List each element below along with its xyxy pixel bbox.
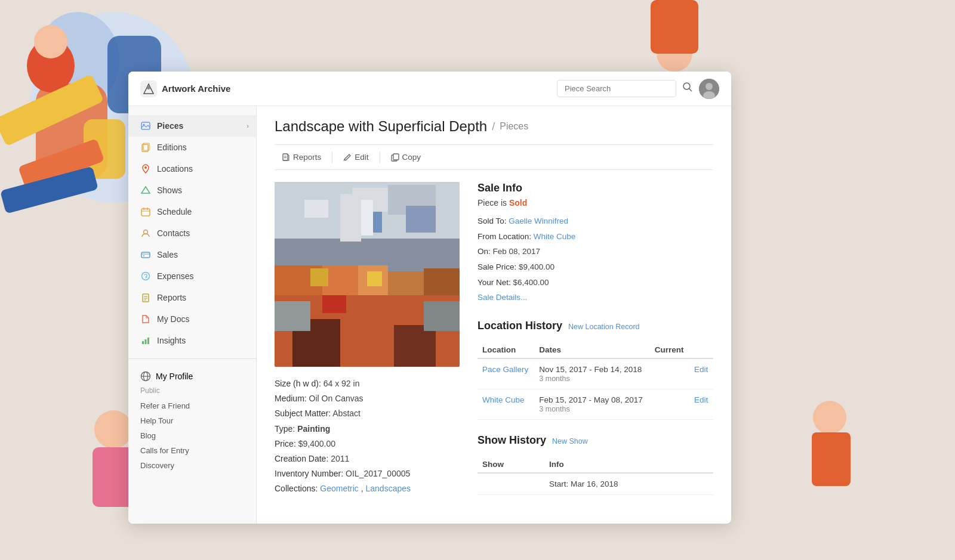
sale-status: Piece is Sold [478, 198, 713, 208]
search-button[interactable] [682, 82, 693, 95]
svg-rect-13 [812, 432, 851, 486]
svg-rect-14 [0, 74, 104, 146]
svg-point-19 [683, 83, 690, 89]
svg-rect-35 [141, 252, 150, 258]
sale-info-title: Sale Info [478, 182, 713, 194]
collection-landscapes[interactable]: Landscapes [366, 484, 411, 493]
sidebar-item-sales[interactable]: Sales [128, 244, 256, 265]
info-cell-0: Start: Mar 16, 2018 [544, 473, 713, 495]
svg-point-22 [706, 83, 713, 90]
svg-rect-54 [393, 154, 399, 160]
sale-details-link-row: Sale Details... [478, 290, 713, 305]
doc-icon [282, 153, 290, 162]
sidebar-label-locations: Locations [157, 164, 193, 174]
sidebar-divider [128, 358, 256, 359]
sidebar-link-calls[interactable]: Calls for Entry [128, 443, 256, 458]
sidebar-label-mydocs: My Docs [157, 314, 189, 324]
show-history-section: Show History New Show Show Info [478, 434, 713, 495]
info-col-header: Info [544, 456, 713, 473]
sidebar-item-contacts[interactable]: Contacts [128, 222, 256, 244]
sold-to-row: Sold To: Gaelle Winnifred [478, 214, 713, 229]
image-icon [140, 120, 151, 131]
svg-point-6 [34, 25, 67, 58]
dates-cell-0: Nov 15, 2017 - Feb 14, 2018 3 months [534, 358, 649, 389]
sidebar-item-locations[interactable]: Locations [128, 158, 256, 180]
piece-date: 2011 [331, 454, 349, 463]
svg-rect-66 [424, 268, 460, 295]
net-row: Your Net: $6,400.00 [478, 275, 713, 290]
dates-cell-1: Feb 15, 2017 - May 08, 2017 3 months [534, 389, 649, 419]
sidebar-item-reports[interactable]: Reports [128, 287, 256, 308]
location-cell-0[interactable]: Pace Gallery [478, 358, 534, 389]
avatar[interactable] [699, 79, 719, 99]
from-location-link[interactable]: White Cube [534, 232, 576, 241]
sale-status-label: Piece is [478, 198, 507, 208]
svg-rect-67 [310, 268, 328, 286]
svg-rect-44 [145, 339, 147, 344]
svg-rect-77 [322, 295, 346, 313]
edit-link-1[interactable]: Edit [694, 395, 708, 404]
collections-label: Collections: [275, 484, 320, 493]
svg-point-37 [143, 255, 144, 256]
sale-on-label: On: [478, 247, 491, 256]
show-col-header: Show [478, 456, 544, 473]
edit-button[interactable]: Edit [336, 150, 375, 165]
sidebar-label-reports: Reports [157, 293, 186, 302]
type-label: Type: [275, 424, 297, 434]
price-label: Price: [275, 439, 298, 448]
piece-image [275, 182, 460, 367]
sale-details-link[interactable]: Sale Details... [478, 293, 527, 302]
show-history-table: Show Info Start: Mar 16, 2018 [478, 456, 713, 495]
app-name: Artwork Archive [162, 83, 230, 94]
sidebar-link-help[interactable]: Help Tour [128, 413, 256, 428]
svg-rect-70 [406, 206, 436, 233]
new-location-record-link[interactable]: New Location Record [568, 323, 640, 331]
sidebar-item-schedule[interactable]: Schedule [128, 201, 256, 222]
search-input[interactable] [557, 80, 676, 97]
sale-price-value: $9,400.00 [519, 262, 554, 271]
location-col-header: Location [478, 342, 534, 358]
action-bar: Reports Edit Copy [275, 144, 713, 170]
collection-geometric[interactable]: Geometric [320, 484, 359, 493]
sidebar-item-pieces[interactable]: Pieces › [128, 115, 256, 137]
sidebar-item-editions[interactable]: Editions [128, 137, 256, 158]
sidebar-link-blog[interactable]: Blog [128, 428, 256, 443]
new-show-link[interactable]: New Show [552, 437, 588, 445]
sidebar-link-discovery[interactable]: Discovery [128, 458, 256, 473]
sidebar-item-mydocs[interactable]: My Docs [128, 308, 256, 330]
svg-rect-61 [304, 200, 328, 218]
sidebar-link-refer[interactable]: Refer a Friend [128, 398, 256, 413]
action-separator-1 [332, 151, 332, 163]
piece-medium: Oil On Canvas [309, 394, 363, 403]
sold-badge: Sold [509, 198, 527, 208]
svg-point-7 [657, 36, 692, 72]
sidebar-item-shows[interactable]: Shows [128, 180, 256, 201]
sidebar-item-insights[interactable]: Insights [128, 330, 256, 351]
contacts-icon [140, 228, 151, 239]
svg-point-1 [36, 12, 119, 107]
sidebar-item-expenses[interactable]: Expenses [128, 265, 256, 287]
sold-to-link[interactable]: Gaelle Winnifred [509, 216, 568, 225]
svg-rect-65 [388, 271, 424, 295]
dates-range-0: Nov 15, 2017 - Feb 14, 2018 [539, 365, 642, 374]
piece-type: Painting [297, 424, 330, 434]
piece-size: 64 x 92 in [324, 379, 360, 388]
piece-size-row: Size (h w d): 64 x 92 in [275, 376, 460, 391]
pencil-icon [343, 153, 352, 162]
sidebar-profile[interactable]: My Profile [128, 366, 256, 386]
breadcrumb-link[interactable]: Pieces [500, 121, 528, 132]
svg-rect-4 [84, 119, 125, 179]
sale-details: Sold To: Gaelle Winnifred From Location:… [478, 214, 713, 305]
sidebar: Pieces › Editions Locations [128, 106, 257, 524]
piece-left-col: Size (h w d): 64 x 92 in Medium: Oil On … [275, 182, 460, 497]
copy-button[interactable]: Copy [384, 150, 429, 165]
dates-duration-0: 3 months [539, 375, 569, 383]
location-cell-1[interactable]: White Cube [478, 389, 534, 419]
table-row: Start: Mar 16, 2018 [478, 473, 713, 495]
edit-link-0[interactable]: Edit [694, 365, 708, 374]
sale-info-section: Sale Info Piece is Sold Sold To: Gaelle … [478, 182, 713, 305]
schedule-icon [140, 206, 151, 217]
svg-rect-49 [283, 154, 288, 160]
piece-inventory: OIL_2017_00005 [346, 469, 410, 478]
reports-button[interactable]: Reports [275, 150, 328, 165]
